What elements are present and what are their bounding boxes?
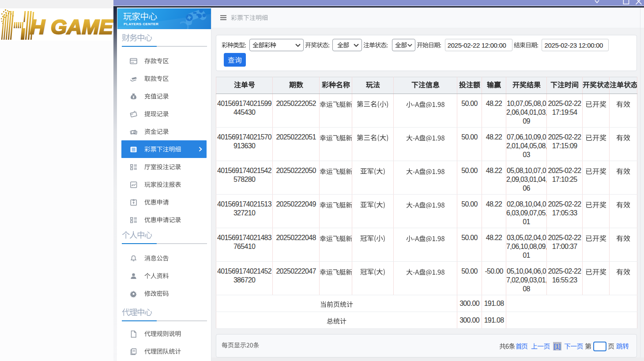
svg-text:H GAME: H GAME — [30, 15, 113, 38]
